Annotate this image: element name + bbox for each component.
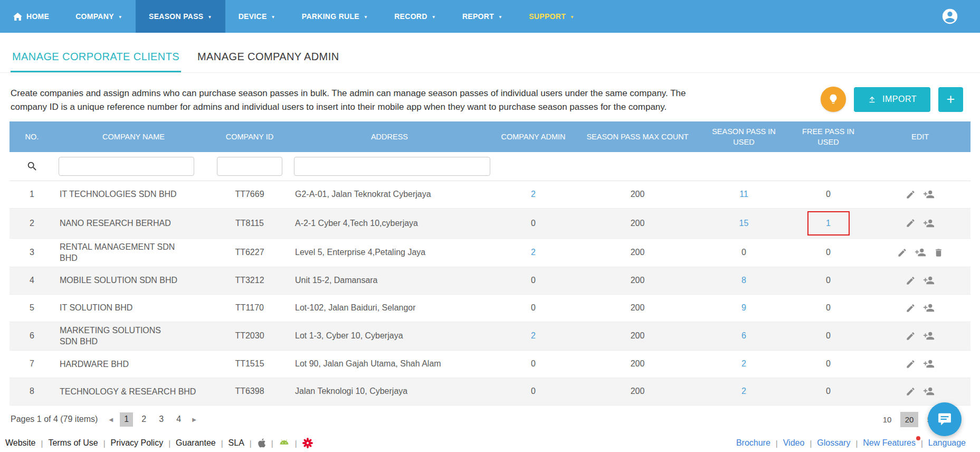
company-id: TT1515 xyxy=(213,350,287,378)
huawei-icon[interactable] xyxy=(302,438,313,448)
user-account-icon[interactable] xyxy=(941,7,959,25)
edit-icon[interactable] xyxy=(906,331,916,341)
add-user-icon[interactable] xyxy=(923,189,935,200)
prev-page-icon[interactable]: ◀ xyxy=(109,417,113,422)
company-admin-count[interactable]: 2 xyxy=(531,331,536,340)
company-name: MOBILE SOLUTION SDN BHD xyxy=(54,267,213,294)
apple-icon[interactable] xyxy=(257,438,266,448)
free-pass-in-used-count[interactable]: 1 xyxy=(826,219,831,228)
nav-item-home[interactable]: HOME xyxy=(0,0,62,33)
add-user-icon[interactable] xyxy=(923,302,935,314)
add-company-button[interactable]: + xyxy=(938,87,963,112)
edit-icon[interactable] xyxy=(906,190,916,200)
company-name: TECHNOLOGY & RESEARCH BHD xyxy=(54,378,213,405)
season-pass-in-used-count[interactable]: 2 xyxy=(741,359,746,368)
android-icon[interactable] xyxy=(279,438,290,448)
footer-link-new-features[interactable]: New Features xyxy=(863,438,916,448)
season-pass-in-used-count[interactable]: 11 xyxy=(739,190,748,199)
footer-link-glossary[interactable]: Glossary xyxy=(817,438,850,448)
add-user-icon[interactable] xyxy=(923,330,935,342)
footer-link-guarantee[interactable]: Guarantee xyxy=(176,438,216,448)
nav-item-company[interactable]: COMPANY▼ xyxy=(62,0,136,33)
table-row: 6MARKETING SOLUTIONS SDN BHDTT2030Lot 1-… xyxy=(9,322,971,350)
company-address: Unit 15-2, Damansara xyxy=(287,267,492,294)
edit-icon[interactable] xyxy=(906,387,916,397)
footer-link-terms-of-use[interactable]: Terms of Use xyxy=(48,438,98,448)
tab-manage-corporate-clients[interactable]: MANAGE CORPORATE CLIENTS xyxy=(11,51,181,72)
nav-item-season-pass[interactable]: SEASON PASS▼ xyxy=(136,0,225,33)
tab-manage-company-admin[interactable]: MANAGE COMPANY ADMIN xyxy=(196,51,340,72)
page-size-20[interactable]: 20 xyxy=(900,412,918,427)
address-filter-input[interactable] xyxy=(294,157,490,176)
add-user-icon[interactable] xyxy=(923,275,935,286)
separator: | xyxy=(776,439,778,448)
company-name-filter-input[interactable] xyxy=(59,157,194,176)
page-number-4[interactable]: 4 xyxy=(172,412,185,427)
page-numbers: 1234 xyxy=(118,412,187,427)
free-pass-in-used-count: 0 xyxy=(826,190,831,199)
nav-item-label: DEVICE xyxy=(239,12,267,21)
add-user-icon[interactable] xyxy=(915,247,926,258)
import-button[interactable]: IMPORT xyxy=(854,87,930,112)
season-pass-in-used-count[interactable]: 15 xyxy=(739,219,749,228)
free-pass-in-used-count-cell: 0 xyxy=(787,322,870,350)
company-id-filter-input[interactable] xyxy=(217,157,282,176)
company-admin-count: 0 xyxy=(531,387,536,396)
footer-link-privacy-policy[interactable]: Privacy Policy xyxy=(111,438,164,448)
page-number-1[interactable]: 1 xyxy=(120,412,133,427)
hint-button[interactable] xyxy=(821,87,846,112)
chevron-down-icon: ▼ xyxy=(207,15,212,20)
pagination-summary: Pages 1 of 4 (79 items) xyxy=(11,415,98,424)
season-pass-in-used-count: 0 xyxy=(741,248,746,257)
add-user-icon[interactable] xyxy=(923,358,935,370)
chevron-down-icon: ▼ xyxy=(498,15,502,20)
season-pass-in-used-count-cell: 0 xyxy=(701,238,787,267)
page-size-10[interactable]: 10 xyxy=(878,412,896,427)
chevron-down-icon: ▼ xyxy=(432,15,436,20)
nav-item-device[interactable]: DEVICE▼ xyxy=(225,0,289,33)
table-row: 7HARDWARE BHDTT1515Lot 90, Jalan Gajah U… xyxy=(9,350,971,378)
company-name: IT TECHNOLOGIES SDN BHD xyxy=(54,181,213,208)
company-address: Level 5, Enterprise 4,Petaling Jaya xyxy=(287,238,492,267)
column-header-edit: EDIT xyxy=(870,121,971,152)
footer-link-video[interactable]: Video xyxy=(783,438,805,448)
page-number-2[interactable]: 2 xyxy=(137,412,150,427)
delete-icon[interactable] xyxy=(934,248,944,258)
nav-item-report[interactable]: REPORT▼ xyxy=(449,0,516,33)
company-admin-count[interactable]: 2 xyxy=(531,190,536,199)
footer-link-sla[interactable]: SLA xyxy=(229,438,244,448)
chat-button[interactable] xyxy=(928,402,962,436)
table-header-row: NO.COMPANY NAMECOMPANY IDADDRESSCOMPANY … xyxy=(9,121,971,152)
footer-link-brochure[interactable]: Brochure xyxy=(736,438,770,448)
company-admin-count: 0 xyxy=(531,219,536,228)
edit-icon[interactable] xyxy=(906,303,916,313)
next-page-icon[interactable]: ▶ xyxy=(192,417,196,422)
free-pass-in-used-count: 0 xyxy=(826,387,831,396)
edit-icon[interactable] xyxy=(906,218,916,228)
season-pass-in-used-count[interactable]: 2 xyxy=(741,387,746,396)
season-pass-max-count: 200 xyxy=(631,276,645,285)
row-number: 6 xyxy=(9,322,54,350)
company-admin-count: 0 xyxy=(531,359,536,368)
company-admin-count-cell: 2 xyxy=(492,322,574,350)
page-number-3[interactable]: 3 xyxy=(155,412,168,427)
edit-icon[interactable] xyxy=(906,359,916,369)
season-pass-in-used-count[interactable]: 9 xyxy=(741,303,746,312)
company-admin-count[interactable]: 2 xyxy=(531,248,536,257)
table-row: 8TECHNOLOGY & RESEARCH BHDTT6398Jalan Te… xyxy=(9,378,971,405)
nav-item-parking-rule[interactable]: PARKING RULE▼ xyxy=(289,0,381,33)
add-user-icon[interactable] xyxy=(923,385,935,397)
footer-link-language[interactable]: Language xyxy=(928,438,966,448)
edit-icon[interactable] xyxy=(906,276,916,286)
nav-item-record[interactable]: RECORD▼ xyxy=(381,0,449,33)
season-pass-in-used-count[interactable]: 6 xyxy=(741,331,746,340)
footer-link-website[interactable]: Website xyxy=(5,438,36,448)
separator: | xyxy=(810,439,812,448)
season-pass-in-used-count[interactable]: 8 xyxy=(741,276,746,285)
season-pass-max-count-cell: 200 xyxy=(574,350,701,378)
table-row: 4MOBILE SOLUTION SDN BHDTT3212Unit 15-2,… xyxy=(9,267,971,294)
edit-icon[interactable] xyxy=(897,248,907,258)
free-pass-in-used-count-cell: 0 xyxy=(787,294,870,322)
add-user-icon[interactable] xyxy=(923,218,935,229)
nav-item-support[interactable]: SUPPORT▼ xyxy=(516,0,587,33)
